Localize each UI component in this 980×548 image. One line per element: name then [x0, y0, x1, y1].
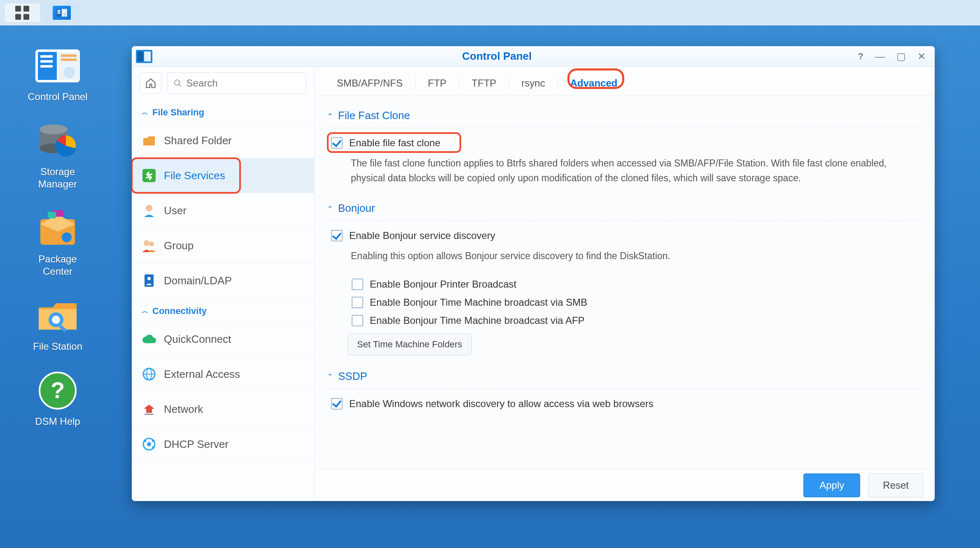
desktop-icons: Control Panel Storage Manager Package Ce… — [16, 45, 99, 428]
tab-smb-afp-nfs[interactable]: SMB/AFP/NFS — [324, 71, 415, 96]
svg-point-51 — [152, 446, 154, 449]
tab-ftp[interactable]: FTP — [415, 71, 459, 96]
help-icon[interactable]: ? — [858, 52, 863, 61]
sidebar-item-network[interactable]: Network — [132, 392, 314, 427]
tab-rsync[interactable]: rsync — [509, 71, 557, 96]
desktop-icon-label: File Station — [33, 340, 82, 353]
user-icon — [142, 203, 156, 218]
desktop-icon-storage-manager[interactable]: Storage Manager — [16, 120, 99, 190]
description-text: The file fast clone function applies to … — [327, 152, 922, 197]
svg-point-49 — [144, 440, 146, 442]
network-icon — [142, 402, 156, 417]
svg-rect-46 — [145, 414, 154, 415]
sidebar-item-domain-ldap[interactable]: Domain/LDAP — [132, 263, 314, 298]
checkbox-label: Enable Bonjour Printer Broadcast — [370, 279, 516, 290]
domain-ldap-icon — [142, 273, 156, 288]
sidebar-item-shared-folder[interactable]: Shared Folder — [132, 123, 314, 158]
folder-icon — [142, 133, 156, 148]
section-header-bonjour[interactable]: ⌄ Bonjour — [327, 197, 922, 221]
desktop-icon-control-panel[interactable]: Control Panel — [16, 45, 99, 103]
checkbox[interactable] — [331, 398, 343, 410]
window-title: Control Panel — [136, 50, 858, 63]
sidebar-item-quickconnect[interactable]: QuickConnect — [132, 322, 314, 357]
svg-rect-11 — [40, 65, 53, 68]
chevron-up-icon: ︿ — [142, 108, 148, 117]
group-icon — [142, 238, 156, 253]
svg-rect-14 — [61, 59, 77, 61]
dhcp-icon — [142, 437, 156, 452]
svg-rect-22 — [48, 212, 56, 218]
reset-button[interactable]: Reset — [868, 473, 923, 497]
checkbox-row-enable-ssdp[interactable]: Enable Windows network discovery to allo… — [327, 395, 922, 413]
desktop-icon-file-station[interactable]: File Station — [16, 295, 99, 353]
checkbox[interactable] — [352, 279, 363, 290]
globe-icon — [142, 367, 156, 382]
chevron-up-icon: ⌄ — [327, 111, 333, 120]
svg-rect-2 — [58, 10, 61, 11]
checkbox-row-bonjour-tm-smb[interactable]: Enable Bonjour Time Machine broadcast vi… — [348, 293, 922, 311]
control-panel-window: Control Panel ? — ▢ ✕ ︿ File S — [132, 46, 935, 501]
checkbox-row-enable-file-fast-clone[interactable]: Enable file fast clone — [327, 134, 922, 152]
main-panel: SMB/AFP/NFS FTP TFTP rsync Advanced ⌄ Fi… — [315, 67, 935, 501]
content-area: ⌄ File Fast Clone Enable file fast clone… — [315, 96, 935, 469]
cloud-icon — [142, 332, 156, 347]
apply-button[interactable]: Apply — [803, 473, 860, 497]
chevron-up-icon: ⌄ — [327, 372, 333, 381]
svg-point-5 — [63, 13, 66, 16]
search-field-wrap[interactable] — [167, 73, 306, 94]
checkbox-label: Enable Bonjour Time Machine broadcast vi… — [370, 315, 585, 326]
home-icon — [145, 77, 156, 89]
desktop-icon-label: Package Center — [38, 253, 77, 278]
home-button[interactable] — [140, 73, 161, 94]
sidebar: ︿ File Sharing Shared Folder File Servic… — [132, 67, 315, 501]
maximize-button[interactable]: ▢ — [896, 52, 906, 61]
control-panel-icon — [53, 6, 71, 20]
section-header-ssdp[interactable]: ⌄ SSDP — [327, 365, 922, 389]
checkbox-label: Enable Bonjour Time Machine broadcast vi… — [370, 297, 587, 308]
svg-rect-45 — [146, 409, 152, 413]
svg-point-41 — [147, 277, 151, 280]
desktop-icon-label: Control Panel — [28, 91, 87, 103]
chevron-up-icon: ⌄ — [327, 204, 333, 213]
svg-point-26 — [52, 316, 60, 324]
svg-text:?: ? — [51, 377, 65, 403]
svg-line-35 — [179, 84, 181, 87]
checkbox[interactable] — [352, 297, 363, 308]
minimize-button[interactable]: — — [875, 52, 885, 61]
sidebar-item-group[interactable]: Group — [132, 228, 314, 263]
checkbox[interactable] — [352, 315, 363, 326]
tab-advanced[interactable]: Advanced — [558, 71, 630, 96]
close-button[interactable]: ✕ — [917, 52, 926, 61]
checkbox-label: Enable file fast clone — [349, 137, 440, 149]
sidebar-category-connectivity[interactable]: ︿ Connectivity — [132, 298, 314, 322]
set-time-machine-folders-button[interactable]: Set Time Machine Folders — [348, 334, 472, 355]
tab-tftp[interactable]: TFTP — [459, 71, 509, 96]
taskbar-control-panel-button[interactable] — [44, 3, 80, 23]
sidebar-item-file-services[interactable]: File Services — [132, 158, 314, 193]
sidebar-category-file-sharing[interactable]: ︿ File Sharing — [132, 100, 314, 123]
svg-point-12 — [63, 67, 75, 78]
sidebar-item-dhcp-server[interactable]: DHCP Server — [132, 427, 314, 462]
section-header-file-fast-clone[interactable]: ⌄ File Fast Clone — [327, 104, 922, 128]
checkbox[interactable] — [331, 137, 343, 149]
desktop-icon-dsm-help[interactable]: ? DSM Help — [16, 370, 99, 428]
svg-point-37 — [146, 205, 152, 211]
sidebar-item-external-access[interactable]: External Access — [132, 357, 314, 392]
taskbar-launcher-button[interactable] — [4, 3, 40, 23]
search-icon — [173, 78, 182, 88]
svg-point-23 — [62, 232, 72, 242]
svg-point-48 — [147, 442, 151, 446]
checkbox[interactable] — [331, 230, 343, 241]
desktop-icon-label: Storage Manager — [38, 166, 77, 190]
svg-point-38 — [144, 240, 149, 246]
checkbox-row-enable-bonjour[interactable]: Enable Bonjour service discovery — [327, 227, 922, 245]
titlebar: Control Panel ? — ▢ ✕ — [132, 46, 935, 67]
desktop-icon-package-center[interactable]: Package Center — [16, 208, 99, 278]
search-input[interactable] — [187, 77, 300, 89]
description-text: Enabling this option allows Bonjour serv… — [327, 245, 922, 275]
checkbox-row-bonjour-tm-afp[interactable]: Enable Bonjour Time Machine broadcast vi… — [348, 311, 922, 330]
footer: Apply Reset — [315, 469, 935, 501]
svg-rect-13 — [61, 54, 77, 57]
checkbox-row-bonjour-printer[interactable]: Enable Bonjour Printer Broadcast — [348, 275, 922, 293]
sidebar-item-user[interactable]: User — [132, 193, 314, 228]
